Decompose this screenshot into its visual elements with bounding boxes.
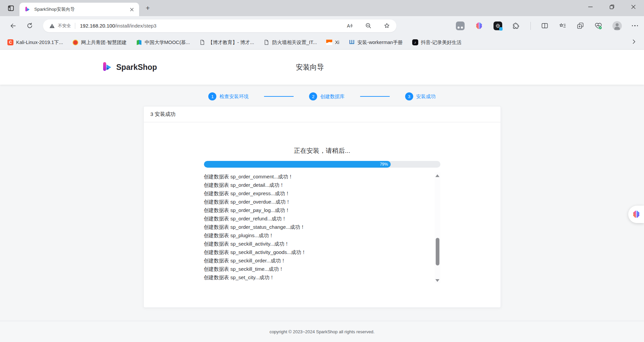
close-button[interactable] bbox=[622, 0, 644, 13]
minimize-button[interactable] bbox=[579, 0, 601, 13]
url-path[interactable]: /install/index/step3 bbox=[115, 23, 156, 29]
gray-squares-icon bbox=[456, 22, 465, 30]
address-bar[interactable]: 不安全 192.168.20.100/install/index/step3 A bbox=[43, 19, 396, 32]
refresh-button[interactable] bbox=[24, 20, 36, 32]
step-connector bbox=[360, 96, 390, 97]
progress-percent-label: 79% bbox=[380, 162, 388, 167]
log-line: 创建数据表 sp_set_city...成功！ bbox=[204, 273, 432, 282]
tab-actions-button[interactable] bbox=[4, 1, 17, 15]
brand: SparkShop bbox=[101, 61, 157, 74]
brain-icon bbox=[475, 22, 483, 30]
brand-name: SparkShop bbox=[116, 63, 157, 72]
log-line: 创建数据表 sp_order_express...成功！ bbox=[204, 189, 432, 198]
xi-flame-icon bbox=[326, 39, 332, 45]
site-header: SparkShop 安装向导 bbox=[0, 50, 644, 85]
favorite-star-button[interactable] bbox=[383, 22, 390, 29]
back-button[interactable] bbox=[7, 20, 19, 32]
brain-icon bbox=[632, 210, 641, 219]
zoom-out-button[interactable] bbox=[365, 22, 372, 29]
install-panel: 3 安装成功 正在安装，请稍后... 79% 创建数据表 sp_order_co… bbox=[143, 106, 501, 308]
install-steps: 1 检查安装环境 2 创建数据库 3 安装成功 bbox=[0, 85, 644, 100]
sparkshop-favicon bbox=[24, 6, 31, 13]
person-avatar-icon bbox=[612, 21, 622, 31]
bookmark-label: 【博才教育】- 博才... bbox=[208, 39, 254, 46]
new-tab-button[interactable]: + bbox=[142, 3, 153, 13]
log-line: 创建数据表 sp_order_pay_log...成功！ bbox=[204, 206, 432, 214]
bookmarks-overflow-button[interactable] bbox=[631, 39, 637, 46]
scrollbar-thumb[interactable] bbox=[436, 238, 439, 266]
csdn-icon: C bbox=[7, 39, 13, 45]
bookmark-label: Kali-Linux-2019.1下... bbox=[16, 39, 63, 46]
step-success: 3 安装成功 bbox=[405, 92, 436, 100]
not-secure-warning-icon bbox=[49, 23, 55, 29]
step-number-badge: 2 bbox=[309, 92, 317, 100]
progress-bar: 79% bbox=[204, 161, 440, 168]
step-label: 检查安装环境 bbox=[219, 93, 249, 100]
translate-extension-button[interactable] bbox=[493, 22, 502, 30]
bookmark-item[interactable]: Xi bbox=[326, 39, 339, 45]
monica-extension-button[interactable] bbox=[475, 22, 483, 30]
bookmark-item[interactable]: 网上共青团·智慧团建 bbox=[72, 39, 126, 46]
workerman-icon: Ш bbox=[349, 39, 355, 45]
address-divider bbox=[75, 23, 75, 29]
tab-title: SparkShop安装向导 bbox=[34, 6, 128, 12]
security-label[interactable]: 不安全 bbox=[58, 23, 71, 29]
log-line: 创建数据表 sp_order_refund...成功！ bbox=[204, 214, 432, 223]
log-line: 创建数据表 sp_seckill_order...成功！ bbox=[204, 256, 432, 265]
favorites-button[interactable] bbox=[559, 22, 566, 30]
step-label: 安装成功 bbox=[416, 93, 436, 100]
browser-tab-active[interactable]: SparkShop安装向导 bbox=[19, 3, 139, 16]
gray-extension-button[interactable] bbox=[456, 22, 465, 30]
bookmark-label: 网上共青团·智慧团建 bbox=[81, 39, 126, 46]
split-screen-button[interactable] bbox=[541, 22, 549, 30]
log-line: 创建数据表 sp_order_overdue...成功！ bbox=[204, 198, 432, 206]
bookmark-label: Xi bbox=[335, 40, 339, 45]
tab-layout-icon bbox=[7, 4, 15, 12]
page-title: 安装向导 bbox=[296, 62, 324, 72]
collections-button[interactable] bbox=[576, 22, 584, 30]
bookmark-label: 中国大学MOOC(慕... bbox=[145, 39, 190, 46]
bookmark-label: 安装-workerman手册 bbox=[357, 39, 403, 46]
bookmark-label: 抖音-记录美好生活 bbox=[421, 39, 462, 46]
install-log-box: 创建数据表 sp_order_comment...成功！ 创建数据表 sp_or… bbox=[204, 172, 440, 283]
browser-essentials-button[interactable] bbox=[594, 22, 602, 30]
monica-floating-button[interactable] bbox=[628, 206, 644, 223]
bookmark-item[interactable]: 中国大学MOOC(慕... bbox=[136, 39, 190, 46]
svg-text:A: A bbox=[347, 23, 350, 28]
scroll-down-arrow-icon[interactable] bbox=[435, 279, 439, 282]
log-line: 创建数据表 sp_order_comment...成功！ bbox=[204, 172, 432, 181]
collections-icon bbox=[576, 22, 584, 30]
favorites-list-icon bbox=[559, 22, 566, 30]
bookmark-item[interactable]: Ш 安装-workerman手册 bbox=[349, 39, 403, 46]
bookmarks-bar: C Kali-Linux-2019.1下... 网上共青团·智慧团建 中国大学M… bbox=[0, 35, 644, 50]
settings-menu-button[interactable] bbox=[632, 25, 638, 27]
bookmark-item[interactable]: ♪ 抖音-记录美好生活 bbox=[412, 39, 462, 46]
url-host[interactable]: 192.168.20.100 bbox=[80, 23, 115, 29]
extensions-button[interactable] bbox=[512, 22, 520, 30]
log-line: 创建数据表 sp_plugins...成功！ bbox=[204, 231, 432, 240]
scroll-up-arrow-icon[interactable] bbox=[435, 174, 439, 177]
bookmark-label: 防火墙相关设置_IT... bbox=[272, 39, 317, 46]
bookmark-item[interactable]: 防火墙相关设置_IT... bbox=[263, 39, 317, 46]
browser-tab-strip: SparkShop安装向导 + bbox=[0, 0, 644, 16]
log-scrollbar[interactable] bbox=[435, 172, 440, 283]
log-line: 创建数据表 sp_order_detail...成功！ bbox=[204, 181, 432, 189]
copyright-text: copyright © 2023~2024 SparkShop all righ… bbox=[269, 329, 375, 334]
translate-globe-icon bbox=[493, 22, 502, 30]
page-footer: copyright © 2023~2024 SparkShop all righ… bbox=[0, 321, 644, 342]
browser-toolbar: 不安全 192.168.20.100/install/index/step3 A bbox=[0, 16, 644, 35]
step-label: 创建数据库 bbox=[320, 93, 345, 100]
profile-button[interactable] bbox=[612, 21, 622, 31]
step-check-env: 1 检查安装环境 bbox=[208, 92, 249, 100]
bookmark-item[interactable]: 【博才教育】- 博才... bbox=[199, 39, 254, 46]
installing-status-text: 正在安装，请稍后... bbox=[204, 146, 440, 155]
heart-pulse-icon bbox=[594, 22, 602, 30]
document-icon bbox=[199, 39, 205, 45]
read-aloud-button[interactable]: A bbox=[346, 22, 353, 30]
restore-button[interactable] bbox=[601, 0, 622, 13]
bookmark-item[interactable]: C Kali-Linux-2019.1下... bbox=[7, 39, 63, 46]
tab-close-icon[interactable] bbox=[128, 5, 136, 13]
step-number-badge: 1 bbox=[208, 92, 216, 100]
document-icon bbox=[263, 39, 269, 45]
progress-fill: 79% bbox=[204, 161, 391, 168]
